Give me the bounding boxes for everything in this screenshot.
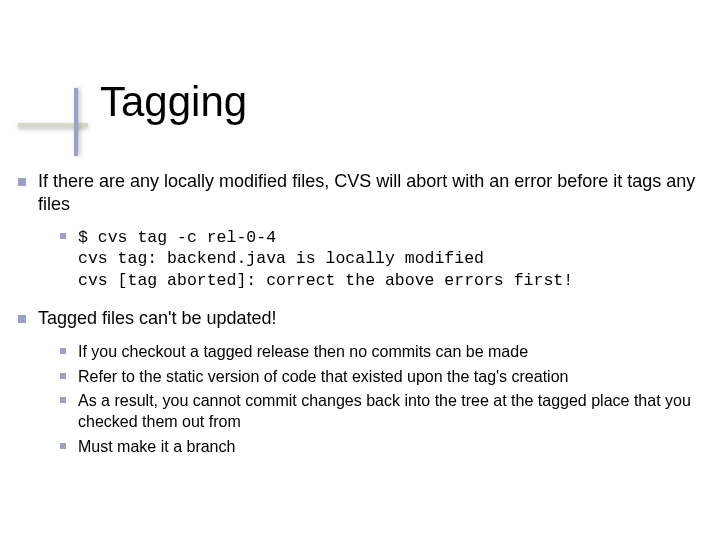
slide-body: If there are any locally modified files,…: [10, 170, 710, 474]
code-block: $ cvs tag -c rel-0-4 cvs tag: backend.ja…: [78, 228, 573, 290]
bullet-item: Tagged files can't be updated! If you ch…: [10, 307, 710, 457]
bullet-subitem: As a result, you cannot commit changes b…: [38, 391, 710, 433]
slide-title: Tagging: [100, 78, 247, 126]
bullet-subitem: $ cvs tag -c rel-0-4 cvs tag: backend.ja…: [38, 227, 710, 291]
bullet-subitem: If you checkout a tagged release then no…: [38, 342, 710, 363]
bullet-subtext: As a result, you cannot commit changes b…: [78, 392, 691, 430]
bullet-subtext: Must make it a branch: [78, 438, 235, 455]
bullet-subitem: Refer to the static version of code that…: [38, 367, 710, 388]
title-decor-vertical: [74, 88, 78, 156]
bullet-subitem: Must make it a branch: [38, 437, 710, 458]
bullet-text: Tagged files can't be updated!: [38, 308, 277, 328]
bullet-item: If there are any locally modified files,…: [10, 170, 710, 291]
bullet-subtext: If you checkout a tagged release then no…: [78, 343, 528, 360]
slide: Tagging If there are any locally modifie…: [0, 0, 720, 540]
bullet-subtext: Refer to the static version of code that…: [78, 368, 568, 385]
bullet-text: If there are any locally modified files,…: [38, 171, 695, 214]
